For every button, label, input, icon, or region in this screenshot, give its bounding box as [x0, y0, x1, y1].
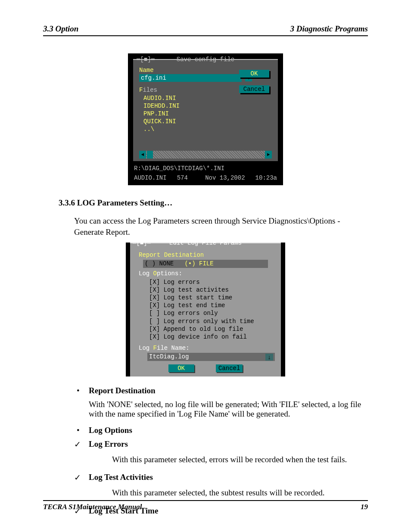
file-item[interactable]: ..\ [133, 125, 278, 133]
checkbox-option[interactable]: [X] Log errors [130, 278, 281, 286]
cancel-button[interactable]: Cancel [239, 85, 269, 93]
files-label: iles [143, 87, 157, 93]
cancel-button[interactable]: Cancel [216, 364, 243, 372]
log-options-bold: Log Options [89, 426, 132, 435]
log-options-pre: Log [139, 270, 153, 277]
status-time: 10:23a [255, 174, 277, 182]
scrollbar-thumb[interactable] [147, 151, 153, 159]
log-file-input[interactable]: ItcDiag.log ↓ [147, 353, 275, 361]
log-options-post: ptions: [157, 270, 182, 277]
log-errors-bold: Log Errors [89, 439, 128, 448]
ok-button[interactable]: OK [239, 70, 269, 78]
checkbox-option[interactable]: [X] Log test start time [130, 294, 281, 302]
file-item[interactable]: QUICK.INI [133, 118, 278, 125]
log-errors-desc: With this parameter selected, errors wil… [112, 454, 368, 465]
report-dest-desc: With 'NONE' selected, no log file will b… [89, 400, 368, 419]
report-dest-bold: Report Destination [89, 386, 156, 395]
header-rule [43, 35, 368, 36]
list-item: Report Destination With 'NONE' selected,… [74, 386, 368, 419]
path-line: R:\DIAG_DOS\ITCDIAG\*.INI [128, 164, 283, 174]
page-header: 3.3 Option 3 Diagnostic Programs [43, 24, 368, 34]
header-right: 3 Diagnostic Programs [290, 24, 368, 34]
list-item: Log Options [74, 426, 368, 435]
ok-button[interactable]: OK [168, 364, 194, 372]
file-item[interactable]: IDEHDD.INI [133, 102, 278, 110]
checkbox-option[interactable]: [X] Log test end time [130, 302, 281, 309]
file-item[interactable]: PNP.INI [133, 110, 278, 118]
save-config-dialog: ═[■]═ Save config file Name cfg.ini ↓ OK… [128, 53, 283, 185]
history-dropdown-icon[interactable]: ↓ [265, 354, 273, 361]
checkbox-option[interactable]: [X] Log test activites [130, 286, 281, 294]
footer-right: 19 [361, 503, 368, 511]
report-dest-label: Report Destination [130, 250, 281, 260]
log-file-pre: Log [139, 345, 153, 352]
name-input[interactable]: cfg.ini [139, 74, 242, 82]
section-paragraph: You can access the Log Parameters screen… [74, 215, 368, 237]
footer-left: TECRA S1Maintenance Manual [43, 503, 142, 511]
list-item: Log Errors [74, 439, 368, 449]
dialog-title: Edit Log File Params [130, 239, 281, 247]
log-options-hotkey: O [153, 270, 157, 277]
dialog-title: Save config file [133, 56, 278, 63]
log-file-value: ItcDiag.log [149, 353, 189, 361]
checkbox-option[interactable]: [X] Log device info on fail [130, 333, 281, 341]
log-file-hotkey: F [153, 345, 157, 352]
header-left: 3.3 Option [43, 24, 78, 34]
log-activities-desc: With this parameter selected, the subtes… [112, 487, 368, 498]
horizontal-scrollbar[interactable] [139, 151, 272, 159]
status-date: Nov 13,2002 [205, 174, 245, 182]
log-file-post: ile Name: [157, 345, 190, 352]
radio-file[interactable]: (•) FILE [184, 260, 213, 267]
report-dest-radios[interactable]: ( ) NONE (•) FILE [143, 260, 268, 268]
radio-none[interactable]: ( ) NONE [145, 260, 174, 267]
checkbox-option[interactable]: [ ] Log errors only with time [130, 317, 281, 325]
page-footer: TECRA S1Maintenance Manual 19 [43, 500, 368, 511]
log-params-dialog: ═[■]═ Edit Log File Params Report Destin… [126, 243, 285, 376]
status-file: AUDIO.INI [134, 174, 167, 182]
checkbox-option[interactable]: [X] Append to old Log file [130, 325, 281, 333]
status-size: 574 [177, 174, 188, 182]
checkbox-option[interactable]: [ ] Log errors only [130, 309, 281, 317]
log-activities-bold: Log Test Activities [89, 473, 153, 482]
list-item: Log Test Activities [74, 473, 368, 482]
section-heading: 3.3.6 LOG Parameters Setting… [59, 198, 368, 208]
